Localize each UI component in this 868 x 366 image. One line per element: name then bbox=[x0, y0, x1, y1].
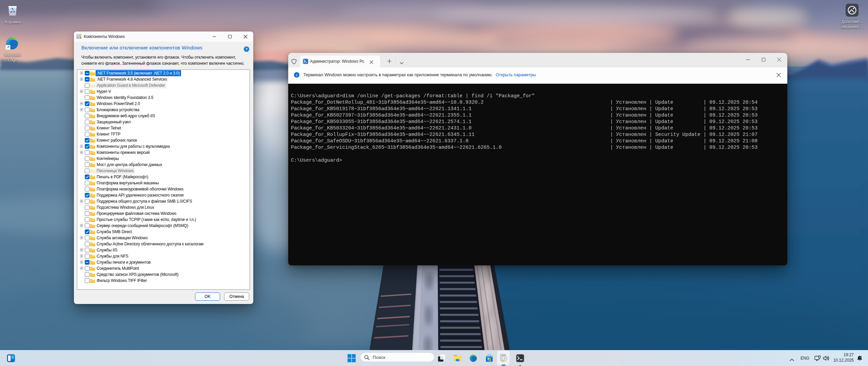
svg-text:z: z bbox=[860, 357, 861, 359]
svg-text:z: z bbox=[861, 355, 862, 357]
